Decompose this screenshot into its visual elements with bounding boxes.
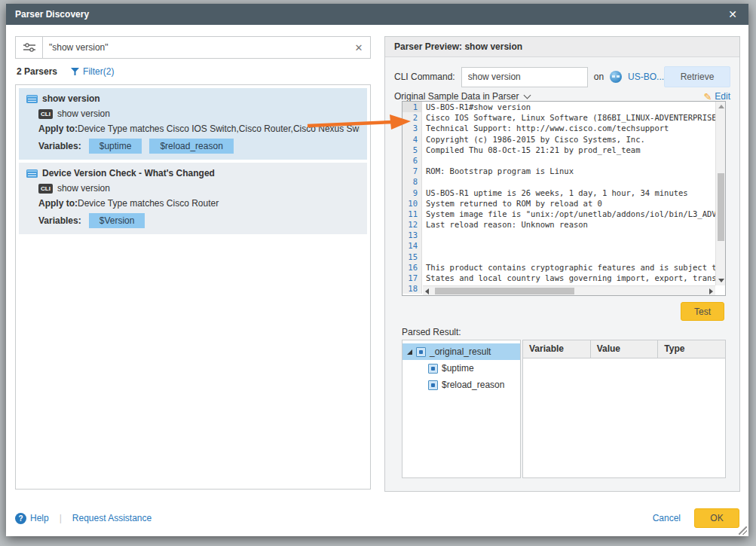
parser-title: show version [42,93,100,104]
variable-icon [416,347,426,357]
line-number: 17 [402,273,422,283]
scroll-right-icon[interactable] [709,288,713,294]
device-link[interactable]: US-BO... [628,72,664,82]
apply-to-value: Device Type matches Cisco Router [78,198,219,209]
code-line: Technical Support: http://www.cisco.com/… [422,123,725,133]
variables-label: Variables: [38,215,81,226]
column-header-type: Type [658,340,725,358]
cli-command-label: CLI Command: [394,72,455,82]
variable-icon [428,380,438,390]
parser-preview-panel: Parser Preview: show version CLI Command… [384,36,740,492]
filter-link[interactable]: Filter(2) [71,66,114,77]
code-line: Compiled Thu 08-Oct-15 21:21 by prod_rel… [422,145,725,155]
line-number: 18 [402,283,422,294]
parser-title: Device Version Check - What's Changed [42,168,215,178]
close-icon[interactable]: ✕ [726,8,739,21]
variables-label: Variables: [38,141,81,151]
line-number: 2 [402,112,422,123]
code-line: Copyright (c) 1986-2015 by Cisco Systems… [422,134,725,145]
variable-chip: $reload_reason [149,139,233,154]
parser-item-show-version[interactable]: show version CLI show version Apply to: … [19,88,367,160]
column-header-value: Value [591,340,659,358]
cli-badge-icon: CLI [38,109,53,119]
search-input[interactable] [43,37,347,58]
line-number: 10 [402,198,422,209]
parser-search-box: ✕ [15,36,371,59]
apply-to-value: Device Type matches Cisco IOS Switch,Cis… [78,124,360,134]
tree-node-reload-reason[interactable]: $reload_reason [402,377,520,393]
sliders-icon [23,42,35,53]
parser-item-device-version-check[interactable]: Device Version Check - What's Changed CL… [19,163,367,234]
line-number: 3 [402,123,422,133]
code-line: Cisco IOS Software, Linux Software (I86B… [422,112,725,123]
line-number: 14 [402,240,422,251]
code-line: US-BOS-R1 uptime is 26 weeks, 1 day, 1 h… [422,188,725,198]
tree-node-original-result[interactable]: _original_result [402,343,520,360]
on-label: on [594,72,604,82]
code-line [422,176,725,187]
code-line [422,252,725,262]
apply-to-label: Apply to: [38,198,78,209]
search-filter-options-button[interactable] [16,37,43,58]
code-line: System image file is "unix:/opt/unetlab/… [422,209,725,219]
variable-chip: $uptime [89,139,142,154]
tree-node-label: $uptime [442,363,474,374]
cli-command-input[interactable] [461,67,588,87]
parsed-result-table: Variable Value Type [522,340,726,478]
line-number: 5 [402,145,422,155]
funnel-icon [71,68,79,75]
footer-divider: | [60,513,62,523]
test-button[interactable]: Test [681,302,724,321]
scroll-down-icon[interactable] [718,279,724,282]
tree-node-label: $reload_reason [442,380,504,390]
help-icon: ? [15,513,26,524]
resize-grip[interactable] [739,526,747,535]
tree-expander-icon[interactable] [407,349,412,355]
tree-node-uptime[interactable]: $uptime [402,360,520,377]
parser-list: show version CLI show version Apply to: … [15,84,371,490]
cli-command-row: CLI Command: on US-BO... Retrieve [394,66,730,88]
sample-data-label[interactable]: Original Sample Data in Parser [394,91,519,102]
dialog-footer: ? Help | Request Assistance Cancel OK [15,508,739,529]
line-number: 6 [402,155,422,166]
retrieve-button[interactable]: Retrieve [664,66,730,87]
line-number: 9 [402,188,422,198]
help-link[interactable]: Help [30,513,49,523]
tree-node-label: _original_result [430,346,491,357]
horizontal-scrollbar[interactable] [423,285,715,295]
code-line [422,240,725,251]
parser-icon [26,169,38,178]
horizontal-scroll-thumb[interactable] [435,288,574,294]
chevron-down-icon[interactable] [524,92,531,99]
request-assistance-link[interactable]: Request Assistance [72,513,152,523]
sample-data-editor[interactable]: 1US-BOS-R1#show version 2Cisco IOS Softw… [402,101,726,296]
vertical-scroll-thumb[interactable] [718,173,724,241]
scroll-left-icon[interactable] [425,288,429,294]
scroll-up-icon[interactable] [718,105,724,108]
ok-button[interactable]: OK [694,508,739,528]
variable-chip: $Version [89,213,145,228]
line-number: 13 [402,230,422,240]
line-number: 1 [402,102,422,112]
code-line: Last reload reason: Unknown reason [422,219,725,230]
line-number: 16 [402,262,422,273]
line-number: 7 [402,166,422,176]
parser-cli-command: show version [57,183,110,194]
preview-header: Parser Preview: show version [385,37,739,57]
code-line: US-BOS-R1#show version [422,102,725,112]
preview-title: Parser Preview: show version [394,41,522,52]
code-line: ROM: Bootstrap program is Linux [422,166,725,176]
dialog-title: Parser Discovery [15,9,89,20]
parser-count: 2 Parsers [17,66,57,77]
line-number: 8 [402,176,422,187]
parser-discovery-dialog: Parser Discovery ✕ ✕ 2 Parsers Filter(2) [6,4,748,536]
cancel-button[interactable]: Cancel [653,513,681,523]
parser-icon [26,95,38,103]
vertical-scrollbar[interactable] [715,102,725,285]
column-header-variable: Variable [523,340,591,358]
clear-search-icon[interactable]: ✕ [347,37,370,58]
line-number: 11 [402,209,422,219]
line-number: 12 [402,219,422,230]
code-line [422,230,725,240]
apply-to-label: Apply to: [38,124,78,134]
